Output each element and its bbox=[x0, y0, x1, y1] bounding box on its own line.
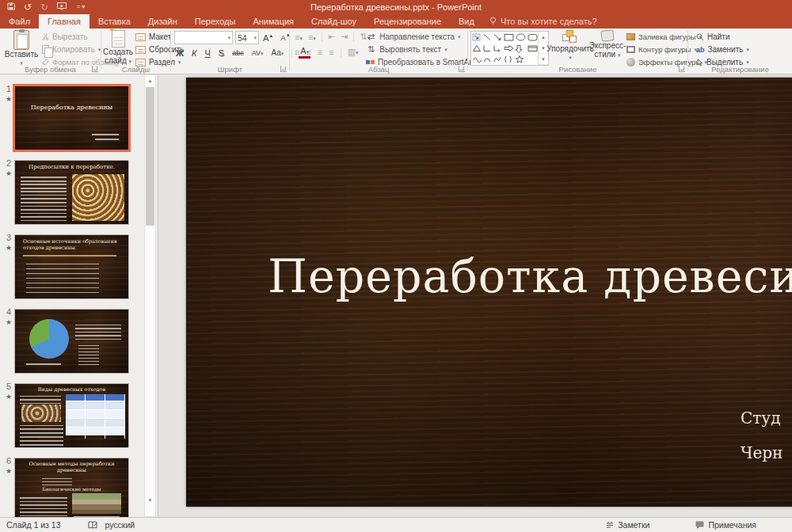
tab-file[interactable]: Файл bbox=[0, 14, 39, 28]
tab-design[interactable]: Дизайн bbox=[139, 14, 186, 28]
slide-number: 1 bbox=[3, 84, 14, 93]
align-text-icon: ⇅ bbox=[366, 44, 376, 55]
language-indicator[interactable]: русский bbox=[105, 520, 135, 530]
font-dialog-launcher[interactable] bbox=[280, 66, 287, 72]
slide-thumbnail-3[interactable]: Основные источники образования отходов д… bbox=[14, 234, 129, 299]
tab-animations[interactable]: Анимация bbox=[244, 14, 303, 28]
text-direction-button[interactable]: ⇄ Направление текста▾ bbox=[366, 31, 461, 43]
slide-number: 4 bbox=[3, 307, 14, 317]
shape-outline-icon bbox=[626, 46, 635, 53]
replace-icon: ab bbox=[696, 46, 705, 54]
italic-button[interactable]: К bbox=[190, 48, 198, 58]
workspace: 1 ★ Переработка древесины 2 ★ Предпосылк… bbox=[0, 74, 792, 517]
change-case-button[interactable]: Aa▾ bbox=[270, 48, 286, 57]
font-size-combobox[interactable]: 54▾ bbox=[235, 31, 259, 44]
align-text-button[interactable]: ⇅ Выровнять текст▾ bbox=[366, 44, 447, 55]
shapes-gallery[interactable]: ▲ ▼ ▼ bbox=[470, 31, 549, 66]
slide-thumbnail-4[interactable] bbox=[14, 309, 129, 374]
gallery-up-icon: ▲ bbox=[539, 32, 548, 43]
group-slides: Создать слайд ▾ Макет▾ Сбросить Раздел▾ … bbox=[101, 28, 170, 74]
slide-title-text[interactable]: Переработка древесины bbox=[186, 250, 792, 302]
slide-thumbnail-5[interactable]: Виды древесных отходов bbox=[14, 383, 129, 448]
thumbnail-scrollbar[interactable]: ▲ ▼ bbox=[144, 74, 156, 517]
character-spacing-button[interactable]: AV▾ bbox=[250, 49, 265, 57]
spellcheck-icon[interactable] bbox=[88, 521, 97, 530]
waste-types-table bbox=[66, 394, 125, 439]
copy-icon bbox=[42, 45, 49, 54]
decrease-indent-icon[interactable]: ⇤ bbox=[326, 32, 337, 42]
undo-icon[interactable]: ↺ bbox=[24, 2, 32, 12]
start-slideshow-icon[interactable] bbox=[57, 2, 67, 12]
copy-button[interactable]: Копировать▾ bbox=[42, 44, 101, 55]
tab-home[interactable]: Главная bbox=[39, 14, 89, 28]
arrange-icon bbox=[562, 30, 578, 44]
bold-button[interactable]: Ж bbox=[174, 48, 185, 58]
scroll-down-button[interactable]: ▼ bbox=[145, 495, 155, 505]
slide-thumbnail-panel: 1 ★ Переработка древесины 2 ★ Предпосылк… bbox=[0, 74, 158, 517]
paste-button[interactable]: Вставить▾ bbox=[4, 30, 39, 67]
strikethrough-button[interactable]: abc bbox=[230, 49, 246, 57]
animation-star-icon: ★ bbox=[3, 393, 14, 401]
text-shadow-button[interactable]: S bbox=[217, 48, 226, 58]
credit-line-1[interactable]: Студ bbox=[741, 408, 780, 428]
new-slide-icon bbox=[112, 30, 125, 48]
clipboard-dialog-launcher[interactable] bbox=[92, 66, 98, 72]
align-center-icon[interactable]: ≡ bbox=[304, 48, 312, 57]
align-left-icon[interactable]: ≡ bbox=[293, 48, 301, 57]
slide-number: 5 bbox=[3, 382, 14, 391]
notes-toggle[interactable]: Заметки bbox=[606, 520, 649, 530]
font-size-value: 54 bbox=[238, 33, 247, 43]
find-icon bbox=[696, 33, 704, 41]
columns-icon[interactable]: ▥▾ bbox=[346, 47, 360, 57]
slide-thumbnail-2[interactable]: Предпосылки к переработке. bbox=[14, 160, 129, 225]
bullets-icon[interactable]: ≡▾ bbox=[293, 32, 304, 42]
window-title: Переработка древесины.pptx - PowerPoint bbox=[0, 0, 792, 14]
new-slide-button[interactable]: Создать слайд ▾ bbox=[101, 30, 135, 66]
underline-button[interactable]: Ч bbox=[203, 48, 211, 58]
cut-icon bbox=[42, 33, 49, 40]
tell-me-box[interactable]: Что вы хотите сделать? bbox=[483, 14, 604, 28]
comments-icon bbox=[695, 521, 704, 529]
lightbulb-icon bbox=[489, 17, 497, 27]
paste-icon bbox=[13, 30, 29, 50]
increase-indent-icon[interactable]: ⇥ bbox=[339, 32, 349, 42]
cut-button[interactable]: Вырезать bbox=[42, 31, 87, 43]
ribbon: Вставить▾ Вырезать Копировать▾ Формат по… bbox=[0, 28, 792, 74]
scroll-up-button[interactable]: ▲ bbox=[145, 75, 155, 86]
shape-outline-button[interactable]: Контур фигуры▾ bbox=[626, 44, 697, 55]
tab-slideshow[interactable]: Слайд-шоу bbox=[303, 14, 365, 28]
paragraph-dialog-launcher[interactable] bbox=[459, 66, 465, 72]
group-editing: Найти ab Заменить▾ Выделить▾ Редактирова… bbox=[688, 28, 792, 74]
scrollbar-thumb[interactable] bbox=[146, 87, 154, 226]
slide-thumbnail-1[interactable]: Переработка древесины bbox=[14, 86, 129, 150]
quick-styles-button[interactable]: Экспресс- стили ▾ bbox=[591, 30, 624, 59]
customize-qat-icon[interactable]: ＝▾ bbox=[75, 2, 85, 12]
animation-star-icon: ★ bbox=[3, 467, 14, 475]
quick-styles-icon bbox=[600, 29, 614, 42]
tab-view[interactable]: Вид bbox=[450, 14, 483, 28]
find-button[interactable]: Найти bbox=[696, 31, 730, 43]
status-bar: Слайд 1 из 13 русский Заметки Примечания bbox=[0, 517, 792, 532]
font-name-combobox[interactable]: ▾ bbox=[174, 31, 233, 44]
save-icon[interactable] bbox=[7, 2, 15, 12]
smartart-icon bbox=[366, 60, 375, 64]
drawing-dialog-launcher[interactable] bbox=[679, 66, 685, 72]
group-clipboard: Вставить▾ Вырезать Копировать▾ Формат по… bbox=[0, 28, 101, 74]
slide-thumbnail-6[interactable]: Основные методы переработки древесины Би… bbox=[14, 458, 129, 517]
comments-toggle[interactable]: Примечания bbox=[695, 520, 756, 530]
animation-star-icon: ★ bbox=[3, 169, 14, 177]
credit-line-2[interactable]: Черн bbox=[741, 443, 782, 462]
arrange-button[interactable]: Упорядочить ▾ bbox=[550, 30, 590, 62]
slide-indicator[interactable]: Слайд 1 из 13 bbox=[6, 520, 61, 530]
text-direction-icon: ⇄ bbox=[366, 32, 376, 42]
tab-transitions[interactable]: Переходы bbox=[186, 14, 245, 28]
redo-icon[interactable]: ↻ bbox=[40, 2, 48, 12]
replace-button[interactable]: ab Заменить▾ bbox=[696, 44, 749, 55]
numbering-icon[interactable]: ≡▾ bbox=[307, 32, 318, 42]
gallery-more-icon: ▼ bbox=[539, 54, 548, 65]
justify-icon[interactable]: ≡ bbox=[327, 48, 335, 57]
align-right-icon[interactable]: ≡ bbox=[316, 48, 324, 57]
slide-canvas[interactable]: Переработка древесины Студ Черн bbox=[186, 78, 792, 507]
grow-font-button[interactable]: A▲ bbox=[261, 33, 275, 43]
tab-review[interactable]: Рецензирование bbox=[365, 14, 450, 28]
